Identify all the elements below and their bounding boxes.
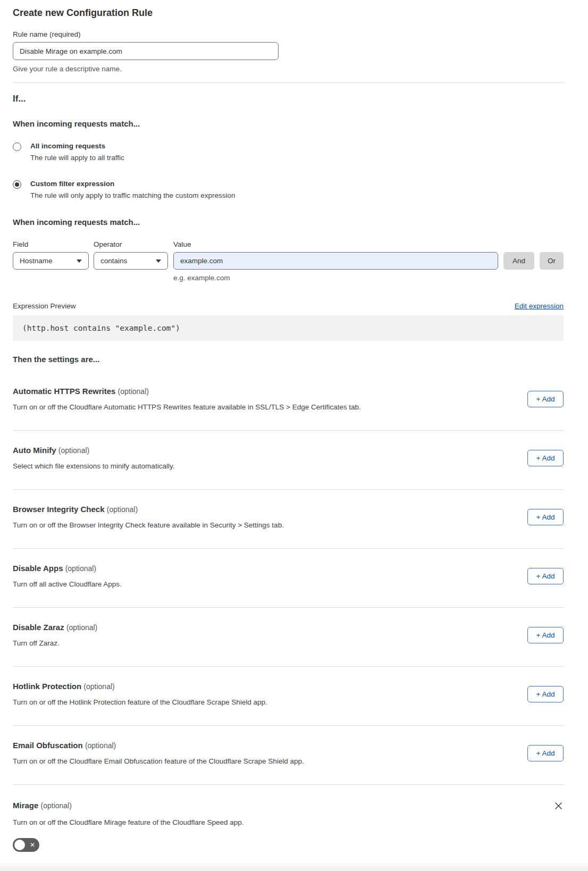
- optional-tag: (optional): [58, 446, 89, 455]
- setting-title: Auto Minify: [13, 446, 56, 455]
- rule-name-label: Rule name (required): [13, 30, 564, 38]
- add-setting-button[interactable]: + Add: [527, 391, 564, 407]
- field-column-label: Field: [13, 240, 89, 248]
- field-select-value: Hostname: [20, 257, 53, 265]
- close-icon: [555, 802, 562, 810]
- setting-text: Auto Minify (optional) Select which file…: [13, 446, 174, 470]
- setting-row: Automatic HTTPS Rewrites (optional) Turn…: [13, 372, 564, 431]
- then-settings-heading: Then the settings are...: [13, 355, 564, 364]
- optional-tag: (optional): [65, 564, 96, 573]
- operator-select-value: contains: [100, 257, 127, 265]
- setting-row-mirage: Mirage (optional) Turn on or off the Clo…: [13, 785, 564, 854]
- match-type-radio-group: All incoming requests The rule will appl…: [13, 142, 564, 199]
- optional-tag: (optional): [118, 387, 149, 396]
- expression-preview-header: Expression Preview Edit expression: [13, 302, 564, 310]
- mirage-toggle[interactable]: ✕: [13, 838, 39, 852]
- rule-name-helper: Give your rule a descriptive name.: [13, 65, 564, 73]
- radio-unselected-icon[interactable]: [13, 143, 21, 151]
- radio-option-label: Custom filter expression: [30, 180, 235, 188]
- radio-option-description: The rule will apply to all traffic: [30, 154, 124, 162]
- setting-title-line: Hotlink Protection (optional): [13, 682, 267, 691]
- setting-text: Disable Apps (optional) Turn off all act…: [13, 564, 122, 588]
- add-setting-button[interactable]: + Add: [527, 509, 564, 525]
- setting-description: Turn on or off the Browser Integrity Che…: [13, 521, 284, 529]
- setting-row: Disable Apps (optional) Turn off all act…: [13, 549, 564, 608]
- add-setting-button[interactable]: + Add: [527, 450, 564, 466]
- setting-title-line: Disable Apps (optional): [13, 564, 122, 573]
- setting-text: Hotlink Protection (optional) Turn on or…: [13, 682, 267, 706]
- value-column: [173, 252, 498, 270]
- setting-description: Turn on or off the Cloudflare Automatic …: [13, 403, 361, 411]
- add-setting-button[interactable]: + Add: [527, 686, 564, 702]
- and-button[interactable]: And: [503, 252, 534, 270]
- setting-row: Email Obfuscation (optional) Turn on or …: [13, 726, 564, 785]
- radio-selected-icon[interactable]: [13, 180, 21, 189]
- edit-expression-link[interactable]: Edit expression: [515, 302, 564, 310]
- add-setting-button[interactable]: + Add: [527, 745, 564, 761]
- expression-builder-labels: Field Operator Value: [13, 240, 564, 248]
- optional-tag: (optional): [83, 682, 114, 691]
- create-configuration-rule-page: Create new Configuration Rule Rule name …: [0, 0, 588, 854]
- value-helper: e.g. example.com: [173, 274, 564, 282]
- setting-text: Email Obfuscation (optional) Turn on or …: [13, 741, 304, 765]
- section-divider: [13, 82, 564, 83]
- expression-builder-heading: When incoming requests match...: [13, 217, 564, 227]
- setting-row: Auto Minify (optional) Select which file…: [13, 431, 564, 490]
- expression-builder-row: Hostname contains And Or: [13, 252, 564, 270]
- radio-all-incoming-requests[interactable]: All incoming requests The rule will appl…: [13, 142, 564, 162]
- incoming-requests-match-heading: When incoming requests match...: [13, 119, 564, 128]
- value-input[interactable]: [173, 252, 498, 270]
- chevron-down-icon: [156, 259, 161, 263]
- optional-tag: (optional): [66, 623, 97, 632]
- setting-title: Disable Apps: [13, 564, 63, 573]
- footer-band: [0, 863, 588, 871]
- setting-title-line: Automatic HTTPS Rewrites (optional): [13, 387, 361, 396]
- operator-column-label: Operator: [94, 240, 168, 248]
- radio-option-label: All incoming requests: [30, 142, 124, 150]
- toggle-off-icon: ✕: [30, 841, 35, 849]
- setting-title: Mirage: [13, 801, 38, 810]
- setting-title-line: Browser Integrity Check (optional): [13, 505, 284, 514]
- setting-text: Browser Integrity Check (optional) Turn …: [13, 505, 284, 529]
- setting-title: Email Obfuscation: [13, 741, 83, 750]
- setting-description: Select which file extensions to minify a…: [13, 462, 174, 470]
- setting-title-line: Disable Zaraz (optional): [13, 623, 97, 632]
- optional-tag: (optional): [41, 801, 72, 810]
- rule-name-input[interactable]: [13, 42, 279, 60]
- add-setting-button[interactable]: + Add: [527, 568, 564, 584]
- radio-option-description: The rule will only apply to traffic matc…: [30, 191, 235, 199]
- radio-custom-filter-expression[interactable]: Custom filter expression The rule will o…: [13, 180, 564, 199]
- settings-list: Automatic HTTPS Rewrites (optional) Turn…: [13, 372, 564, 785]
- setting-title-line: Mirage (optional): [13, 801, 72, 810]
- setting-row: Disable Zaraz (optional) Turn off Zaraz.…: [13, 608, 564, 667]
- optional-tag: (optional): [85, 741, 116, 750]
- remove-mirage-button[interactable]: [553, 801, 564, 811]
- or-button[interactable]: Or: [540, 252, 564, 270]
- setting-description: Turn off all active Cloudflare Apps.: [13, 580, 122, 588]
- setting-title: Browser Integrity Check: [13, 505, 105, 514]
- value-column-label: Value: [173, 240, 564, 248]
- setting-title: Automatic HTTPS Rewrites: [13, 387, 115, 396]
- setting-text: Disable Zaraz (optional) Turn off Zaraz.: [13, 623, 97, 647]
- if-heading: If...: [13, 94, 564, 104]
- expression-preview-label: Expression Preview: [13, 302, 76, 310]
- setting-row: Hotlink Protection (optional) Turn on or…: [13, 667, 564, 726]
- expression-preview-code: (http.host contains "example.com"): [13, 315, 564, 341]
- setting-description: Turn on or off the Hotlink Protection fe…: [13, 698, 267, 706]
- optional-tag: (optional): [107, 505, 138, 514]
- setting-description: Turn off Zaraz.: [13, 639, 97, 647]
- setting-text: Automatic HTTPS Rewrites (optional) Turn…: [13, 387, 361, 411]
- chevron-down-icon: [77, 259, 82, 263]
- page-title: Create new Configuration Rule: [13, 7, 564, 19]
- field-select[interactable]: Hostname: [13, 252, 89, 270]
- setting-title: Hotlink Protection: [13, 682, 81, 691]
- setting-row: Browser Integrity Check (optional) Turn …: [13, 490, 564, 549]
- toggle-knob: [14, 840, 25, 850]
- setting-title-line: Auto Minify (optional): [13, 446, 174, 455]
- mirage-header: Mirage (optional): [13, 801, 564, 811]
- setting-description: Turn on or off the Cloudflare Email Obfu…: [13, 757, 304, 765]
- setting-description: Turn on or off the Cloudflare Mirage fea…: [13, 818, 564, 826]
- setting-title: Disable Zaraz: [13, 623, 64, 632]
- add-setting-button[interactable]: + Add: [527, 627, 564, 643]
- operator-select[interactable]: contains: [94, 252, 168, 270]
